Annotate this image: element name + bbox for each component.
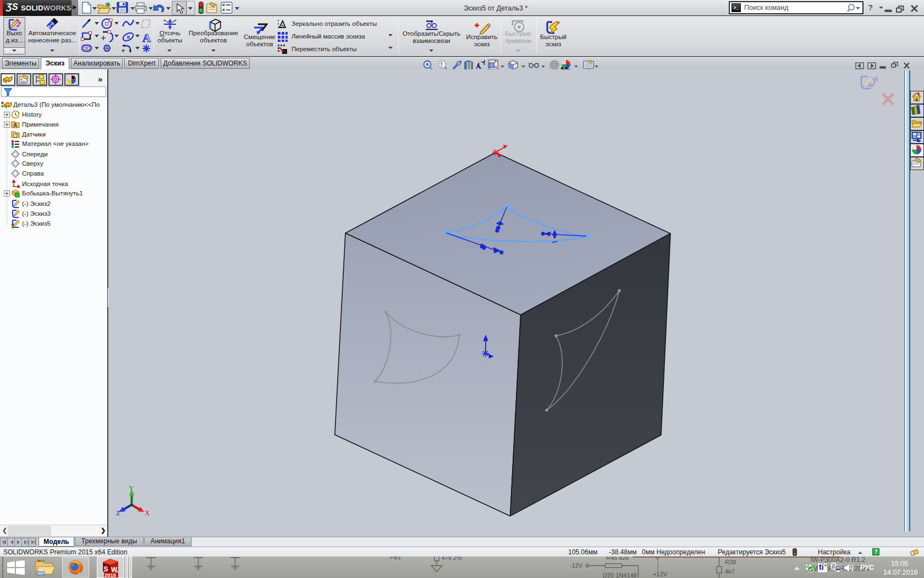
svg-text:Z: Z <box>116 509 120 517</box>
svg-text:-12V: -12V <box>570 562 583 569</box>
svg-text:R38: R38 <box>725 559 736 565</box>
svg-text:R45 82k: R45 82k <box>606 557 629 561</box>
svg-text:X: X <box>145 509 150 517</box>
svg-text:FB1: FB1 <box>390 557 401 560</box>
svg-text:!: ! <box>441 62 442 68</box>
svg-text:47k 2%: 47k 2% <box>442 557 462 561</box>
svg-text:+12V: +12V <box>653 571 668 577</box>
svg-text:4k7: 4k7 <box>725 568 735 575</box>
svg-text:D20 1N4148: D20 1N4148 <box>603 572 637 578</box>
svg-text:A: A <box>13 122 17 128</box>
svg-text:2015: 2015 <box>105 572 117 577</box>
svg-text:Y: Y <box>129 484 134 492</box>
